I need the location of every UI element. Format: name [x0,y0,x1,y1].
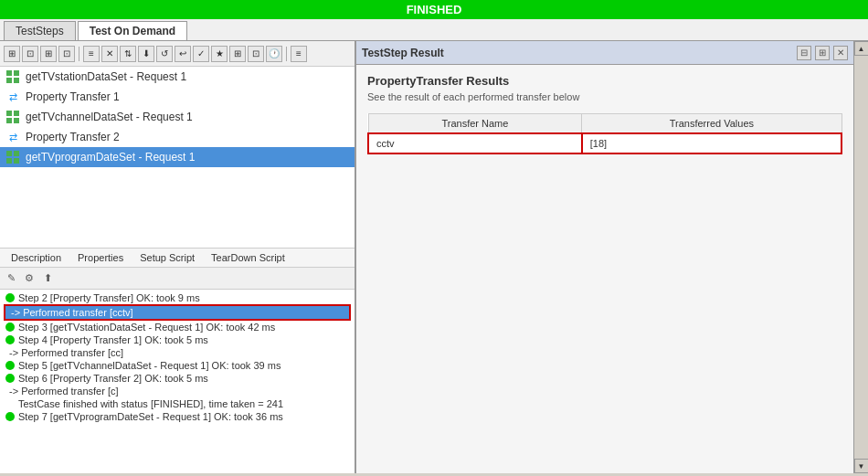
log-entry-4: Step 4 [Property Transfer 1] OK: took 5 … [4,333,351,346]
grid-icon-1 [5,69,20,84]
grid-icon-2 [5,110,20,124]
right-scrollbar: ▲ ▼ [853,41,868,473]
log-text-8: -> Performed transfer [c] [9,386,119,397]
toolbar-btn-4[interactable]: ⊡ [58,46,75,62]
log-dot-3 [5,335,15,344]
log-text-6: Step 5 [getTVchannelDataSet - Request 1]… [18,360,281,371]
scroll-up-arrow[interactable]: ▲ [854,41,869,56]
svg-rect-2 [6,78,12,83]
sub-tab-properties[interactable]: Properties [70,250,131,267]
log-text-9: TestCase finished with status [FINISHED]… [18,398,283,409]
grid-icon-3 [5,150,20,164]
log-text-1: Step 2 [Property Transfer] OK: took 9 ms [18,292,200,303]
toolbar-btn-13[interactable]: ⊞ [229,46,246,62]
svg-rect-9 [14,151,19,156]
log-text-4: Step 4 [Property Transfer 1] OK: took 5 … [18,334,208,345]
log-dot-4 [5,361,15,370]
scroll-down-arrow[interactable]: ▼ [854,459,869,473]
log-entry-5: -> Performed transfer [cc] [4,346,351,359]
log-toolbar: ✎ ⚙ ⬆ [0,268,355,290]
transfer-icon-2: ⇄ [5,130,20,144]
log-text-2: -> Performed transfer [cctv] [11,307,133,318]
transferred-values-cell: [18] [582,133,842,153]
sub-tab-bar: Description Properties Setup Script Tear… [0,248,355,268]
maximize-icon[interactable]: ⊞ [815,46,830,60]
toolbar-btn-15[interactable]: 🕐 [266,46,282,62]
step-item-1[interactable]: getTVstationDataSet - Request 1 [0,67,355,87]
step-label-4: Property Transfer 2 [26,131,120,143]
svg-rect-11 [14,158,19,164]
step-item-5[interactable]: getTVprogramDateSet - Request 1 [0,147,355,167]
log-dot-5 [5,374,15,383]
log-panel: Step 2 [Property Transfer] OK: took 9 ms… [0,290,355,474]
result-subtitle: See the result of each performed transfe… [367,91,842,102]
svg-rect-1 [14,70,19,76]
sub-tab-description[interactable]: Description [4,250,69,267]
svg-rect-7 [14,118,19,123]
toolbar: ⊞ ⊡ ⊞ ⊡ ≡ ✕ ⇅ ⬇ ↺ ↩ ✓ ★ ⊞ ⊡ 🕐 ≡ [0,41,355,67]
right-panel-icons: ⊟ ⊞ ✕ [797,46,848,60]
svg-rect-3 [14,78,19,83]
toolbar-btn-2[interactable]: ⊡ [22,46,38,62]
log-dot-2 [5,323,15,332]
log-entry-6: Step 5 [getTVchannelDataSet - Request 1]… [4,359,351,372]
log-entry-7: Step 6 [Property Transfer 2] OK: took 5 … [4,372,351,385]
transfer-icon-1: ⇄ [5,90,20,104]
svg-rect-4 [6,111,12,116]
toolbar-btn-16[interactable]: ≡ [291,46,307,62]
toolbar-btn-3[interactable]: ⊞ [40,46,57,62]
toolbar-btn-5[interactable]: ≡ [83,46,100,62]
col-header-values: Transferred Values [582,114,842,134]
log-icon-2[interactable]: ⚙ [22,270,37,285]
step-item-4[interactable]: ⇄ Property Transfer 2 [0,127,355,147]
toolbar-btn-7[interactable]: ⇅ [120,46,136,62]
toolbar-sep-2 [286,47,287,61]
col-header-name: Transfer Name [368,114,582,134]
toolbar-btn-12[interactable]: ★ [211,46,228,62]
right-panel-header: TestStep Result ⊟ ⊞ ✕ [356,41,853,65]
log-text-3: Step 3 [getTVstationDataSet - Request 1]… [18,322,275,333]
sub-tab-setup[interactable]: Setup Script [132,250,202,267]
right-panel: TestStep Result ⊟ ⊞ ✕ PropertyTransfer R… [356,41,853,473]
log-dot-6 [5,412,15,421]
close-icon[interactable]: ✕ [833,46,848,60]
table-row-1: cctv [18] [368,133,842,153]
result-table: Transfer Name Transferred Values cctv [1… [367,113,842,154]
svg-rect-8 [6,151,12,156]
status-text: FINISHED [407,3,462,16]
minimize-icon[interactable]: ⊟ [797,46,811,60]
status-bar: FINISHED [0,0,868,19]
svg-rect-10 [6,158,12,164]
log-icon-1[interactable]: ✎ [4,270,18,285]
step-item-3[interactable]: getTVchannelDataSet - Request 1 [0,107,355,127]
transfer-name-cell: cctv [368,133,582,153]
log-icon-3[interactable]: ⬆ [40,270,55,285]
log-entry-1: Step 2 [Property Transfer] OK: took 9 ms [4,291,351,304]
log-entry-3: Step 3 [getTVstationDataSet - Request 1]… [4,321,351,333]
toolbar-btn-1[interactable]: ⊞ [4,46,20,62]
tab-teststeps[interactable]: TestSteps [4,21,76,40]
step-item-2[interactable]: ⇄ Property Transfer 1 [0,87,355,107]
toolbar-btn-11[interactable]: ✓ [193,46,209,62]
tab-bar: TestSteps Test On Demand [0,19,868,41]
tab-test-on-demand[interactable]: Test On Demand [78,21,187,40]
toolbar-btn-9[interactable]: ↺ [156,46,173,62]
log-entry-2[interactable]: -> Performed transfer [cctv] [4,304,351,321]
result-title: PropertyTransfer Results [367,74,842,88]
step-label-3: getTVchannelDataSet - Request 1 [26,111,193,123]
log-dot-1 [5,293,15,302]
toolbar-btn-14[interactable]: ⊡ [248,46,264,62]
step-label-2: Property Transfer 1 [26,90,120,103]
toolbar-btn-10[interactable]: ↩ [175,46,191,62]
right-content: PropertyTransfer Results See the result … [356,65,853,473]
right-panel-title: TestStep Result [362,47,444,59]
toolbar-btn-8[interactable]: ⬇ [138,46,154,62]
step-label-5: getTVprogramDateSet - Request 1 [26,151,195,164]
svg-rect-0 [6,70,12,76]
sub-tab-teardown[interactable]: TearDown Script [204,250,292,267]
svg-rect-6 [6,118,12,123]
toolbar-btn-6[interactable]: ✕ [101,46,118,62]
toolbar-sep-1 [79,47,79,61]
svg-rect-5 [14,111,19,116]
log-entry-8: -> Performed transfer [c] [4,385,351,397]
